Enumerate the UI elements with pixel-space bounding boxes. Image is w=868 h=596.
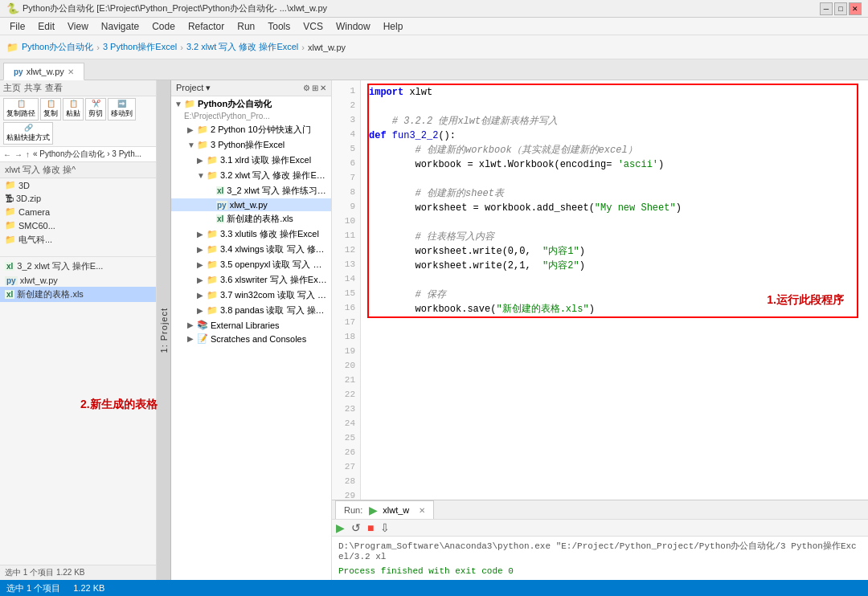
file-manager-toolbar: 主页 共享 查看 <box>0 80 156 96</box>
tree-item-extlib-icon: 📚 <box>197 320 208 330</box>
tree-item-2python-arrow: ▶ <box>187 125 197 134</box>
title-bar: 🐍 Python办公自动化 [E:\Project\Python_Project… <box>0 0 868 18</box>
nav-item-elec[interactable]: 📁 电气科... <box>0 232 156 247</box>
menu-help[interactable]: Help <box>377 19 410 34</box>
tree-item-38[interactable]: ▶ 📁 3.8 pandas 读取 写入 操作Excel <box>171 303 331 318</box>
tree-item-3python[interactable]: ▼ 📁 3 Python操作Excel <box>171 137 331 153</box>
tree-item-extlib-arrow: ▶ <box>187 320 197 329</box>
tab-xlwt-w-py[interactable]: py xlwt_w.py ✕ <box>3 63 84 80</box>
tree-item-32[interactable]: ▼ 📁 3.2 xlwt 写入 修改 操作Excel <box>171 168 331 183</box>
code-line-9: worksheet = workbook.add_sheet("My new S… <box>369 201 857 215</box>
run-tab-close[interactable]: ✕ <box>419 506 425 515</box>
tree-root[interactable]: ▼ 📁 Python办公自动化 <box>171 96 331 112</box>
tree-item-xlsx-label: 3_2 xlwt 写入 操作练习.xlsx <box>227 185 328 197</box>
forward-btn[interactable]: → <box>14 150 23 159</box>
tree-item-34[interactable]: ▶ 📁 3.4 xlwings 读取 写入 修改 操作Excel <box>171 242 331 257</box>
menu-window[interactable]: Window <box>330 19 377 34</box>
tree-item-xls[interactable]: ▶ xl 新创建的表格.xls <box>171 211 331 227</box>
tree-item-xlsx-icon: xl <box>216 186 224 195</box>
tree-item-2python-icon: 📁 <box>197 125 208 135</box>
xls-icon: xl <box>5 290 14 299</box>
nav-item-3d[interactable]: 📁 3D <box>0 178 156 192</box>
tree-item-37[interactable]: ▶ 📁 3.7 win32com 读取 写入 修改 操作... <box>171 288 331 303</box>
shortcut-btn[interactable]: 🔗 粘贴快捷方式 <box>3 122 53 145</box>
tree-root-arrow: ▼ <box>174 100 184 108</box>
breadcrumb-sep-1: › <box>96 43 100 52</box>
run-stop-btn[interactable]: ■ <box>365 521 376 534</box>
tree-item-extlib-label: External Libraries <box>211 320 280 330</box>
back-btn[interactable]: ← <box>3 150 11 159</box>
tree-item-37-label: 3.7 win32com 读取 写入 修改 操作... <box>220 289 328 301</box>
menu-edit[interactable]: Edit <box>31 19 61 34</box>
nav-item-smc[interactable]: 📁 SMC60... <box>0 218 156 232</box>
windows-explorer-panel: 主页 共享 查看 📋 复制路径 📋 复制 📋 粘贴 ✂️ 剪切 ➡️ <box>0 80 157 580</box>
editor-content[interactable]: 1 2 3 4 5 6 7 8 9 10 11 12 13 14 15 16 1… <box>332 80 868 500</box>
file-item-3-2-xlsx[interactable]: xl 3_2 xlwt 写入 操作E... <box>0 259 156 274</box>
menu-tools[interactable]: Tools <box>261 19 297 34</box>
breadcrumb-3[interactable]: 3.2 xlwt 写入 修改 操作Excel <box>186 41 298 53</box>
file-item-new-xls[interactable]: xl 新创建的表格.xls <box>0 287 156 302</box>
menu-refactor[interactable]: Refactor <box>182 19 231 34</box>
maximize-button[interactable]: □ <box>834 2 847 15</box>
file-list: 📁 3D 🗜 3D.zip 📁 Camera 📁 SMC60... 📁 电气科.… <box>0 178 156 565</box>
nav-item-camera[interactable]: 📁 Camera <box>0 205 156 218</box>
line-num-3: 3 <box>332 112 360 127</box>
project-close-btn[interactable]: ✕ <box>320 84 326 92</box>
project-vertical-tab[interactable]: 1: Project <box>157 80 171 580</box>
copy-path-btn[interactable]: 📋 复制路径 <box>3 98 39 120</box>
tree-item-32-label: 3.2 xlwt 写入 修改 操作Excel <box>220 169 328 182</box>
tree-item-py[interactable]: ▶ py xlwt_w.py <box>171 198 331 211</box>
move-btn[interactable]: ➡️ 移动到 <box>108 98 136 120</box>
minimize-button[interactable]: ─ <box>820 2 833 15</box>
run-play-btn[interactable]: ▶ <box>334 521 347 534</box>
tree-item-2python-label: 2 Python 10分钟快速入门 <box>211 124 311 136</box>
project-settings-btn[interactable]: ⚙ <box>303 84 310 92</box>
menu-vcs[interactable]: VCS <box>297 19 330 34</box>
project-panel: Project ▾ ⚙ ⊞ ✕ ▼ 📁 Python办公自动化 E:\Proje… <box>171 80 332 580</box>
copy-btn[interactable]: 📋 复制 <box>40 98 61 120</box>
tree-item-34-icon: 📁 <box>207 244 218 255</box>
menu-navigate[interactable]: Navigate <box>95 19 145 34</box>
run-output-content: Process finished with exit code 0 <box>338 566 514 576</box>
run-scroll-btn[interactable]: ⇩ <box>378 521 392 534</box>
tree-item-xls-label: 新创建的表格.xls <box>227 213 293 225</box>
close-button[interactable]: ✕ <box>849 2 862 15</box>
up-btn[interactable]: ↑ <box>26 150 30 159</box>
tree-item-extlib[interactable]: ▶ 📚 External Libraries <box>171 318 331 332</box>
tab-close-button[interactable]: ✕ <box>68 67 74 76</box>
tree-item-33[interactable]: ▶ 📁 3.3 xlutils 修改 操作Excel <box>171 227 331 242</box>
menu-run[interactable]: Run <box>231 19 261 34</box>
menu-code[interactable]: Code <box>145 19 182 34</box>
tree-item-scratches[interactable]: ▶ 📝 Scratches and Consoles <box>171 332 331 345</box>
code-line-1: import xlwt <box>369 85 857 100</box>
run-rerun-btn[interactable]: ↺ <box>349 521 363 534</box>
menu-view[interactable]: View <box>61 19 95 34</box>
run-tab-active[interactable]: Run: ▶ xlwt_w ✕ <box>335 500 434 519</box>
tree-item-36[interactable]: ▶ 📁 3.6 xlswriter 写入 操作Excel <box>171 272 331 288</box>
breadcrumb-sep-2: › <box>180 43 183 52</box>
tree-item-scratches-arrow: ▶ <box>187 334 197 343</box>
breadcrumb-1[interactable]: Python办公自动化 <box>22 41 93 53</box>
tree-item-2python[interactable]: ▶ 📁 2 Python 10分钟快速入门 <box>171 122 331 137</box>
paste-btn[interactable]: 📋 粘贴 <box>63 98 84 120</box>
code-area[interactable]: import xlwt # 3.2.2 使用xlwt创建新表格并写入 def f… <box>361 80 868 500</box>
project-expand-btn[interactable]: ⊞ <box>312 84 318 92</box>
location-bar[interactable]: ← → ↑ « Python办公自动化 › 3 Pyth... <box>0 147 156 162</box>
tree-item-xlsx[interactable]: ▶ xl 3_2 xlwt 写入 操作练习.xlsx <box>171 183 331 198</box>
line-num-27: 27 <box>332 459 360 474</box>
breadcrumb-2[interactable]: 3 Python操作Excel <box>103 41 177 53</box>
tree-item-35[interactable]: ▶ 📁 3.5 openpyxl 读取 写入 修改 操作E... <box>171 257 331 272</box>
file-list-title: xlwt 写入 修改 操^ <box>5 164 76 176</box>
nav-item-3dzip[interactable]: 🗜 3D.zip <box>0 192 156 205</box>
line-num-21: 21 <box>332 373 360 387</box>
tree-item-31[interactable]: ▶ 📁 3.1 xlrd 读取 操作Excel <box>171 153 331 168</box>
run-label: Run: <box>344 505 362 515</box>
breadcrumb-4[interactable]: xlwt_w.py <box>308 43 346 52</box>
cut-btn[interactable]: ✂️ 剪切 <box>85 98 106 120</box>
menu-file[interactable]: File <box>3 19 31 34</box>
app-icon: 🐍 <box>6 2 19 14</box>
file-item-xlwt-py[interactable]: py xlwt_w.py <box>0 274 156 287</box>
code-line-8: # 创建新的sheet表 <box>369 186 857 201</box>
project-file-tree: ▼ 📁 Python办公自动化 E:\Project\Python_Pro...… <box>171 96 331 580</box>
divider <box>0 249 156 257</box>
